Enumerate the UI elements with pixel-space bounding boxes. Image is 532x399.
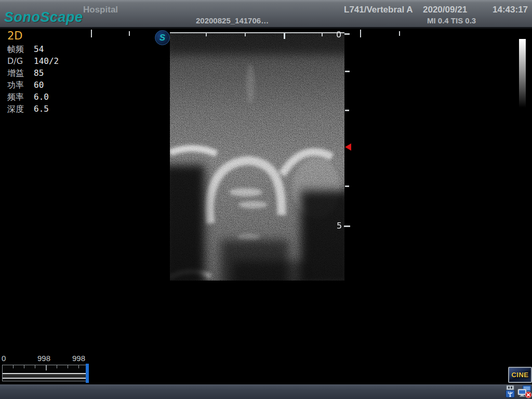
depth-scale-bottom-label: 5 — [337, 221, 342, 231]
ultrasound-image — [170, 32, 344, 281]
cine-scrubber-track[interactable] — [2, 365, 88, 381]
param-value: 60 — [34, 80, 44, 90]
param-label: 帧频 — [7, 44, 24, 55]
depth-tick — [345, 110, 349, 111]
param-label: D/G — [7, 56, 23, 66]
param-label: 增益 — [7, 68, 24, 79]
cine-position-handle[interactable] — [86, 364, 89, 383]
system-date: 2020/09/21 — [423, 5, 467, 15]
param-value: 140/2 — [34, 56, 59, 66]
acoustic-indices: MI 0.4 TIS 0.3 — [427, 16, 476, 25]
taskbar — [0, 384, 532, 399]
param-label: 频率 — [7, 92, 24, 103]
depth-tick — [344, 33, 350, 35]
cine-start-frame: 0 — [2, 354, 6, 363]
width-scale-tick — [360, 30, 361, 37]
depth-scale-top-label: 0 — [336, 30, 341, 39]
param-row-power: 功率 60 — [7, 80, 101, 92]
param-value: 54 — [34, 44, 44, 54]
param-row-dynamic-range: D/G 140/2 — [7, 56, 101, 68]
imaging-mode-label: 2D — [7, 30, 23, 42]
param-row-gain: 增益 85 — [7, 68, 101, 80]
depth-tick — [345, 185, 349, 187]
param-value: 85 — [34, 68, 44, 78]
param-row-framerate: 帧频 54 — [7, 44, 101, 56]
param-label: 深度 — [7, 104, 24, 115]
param-row-depth: 深度 6.5 — [7, 104, 101, 116]
param-value: 6.0 — [34, 92, 49, 102]
grayscale-map-bar — [519, 39, 526, 108]
focus-position-marker-icon — [345, 143, 351, 151]
probe-orientation-marker-icon: S — [155, 30, 170, 45]
cine-progress-fill — [3, 373, 88, 379]
brand-logo: SonoScape — [4, 9, 83, 25]
cine-button[interactable]: CINE — [508, 367, 532, 383]
cine-end-frame: 998 — [72, 354, 85, 363]
width-scale-tick — [91, 30, 92, 37]
param-label: 功率 — [7, 80, 24, 91]
width-scale-tick — [129, 31, 130, 36]
network-disconnected-icon[interactable] — [517, 385, 532, 398]
param-value: 6.5 — [34, 104, 49, 114]
system-time: 14:43:17 — [493, 5, 528, 15]
hospital-name: Hospital — [83, 5, 118, 15]
param-row-frequency: 频率 6.0 — [7, 92, 101, 104]
exam-id: 20200825_141706… — [196, 16, 269, 25]
usb-device-icon[interactable] — [504, 385, 516, 398]
depth-tick — [345, 71, 350, 72]
width-scale-tick — [399, 31, 400, 36]
probe-preset: L741/Vertebral A — [344, 5, 413, 15]
cine-mid-frame: 998 — [37, 354, 50, 363]
ultrasound-system-screen: SonoScape Hospital 20200825_141706… L741… — [0, 0, 532, 399]
depth-tick — [344, 225, 350, 227]
